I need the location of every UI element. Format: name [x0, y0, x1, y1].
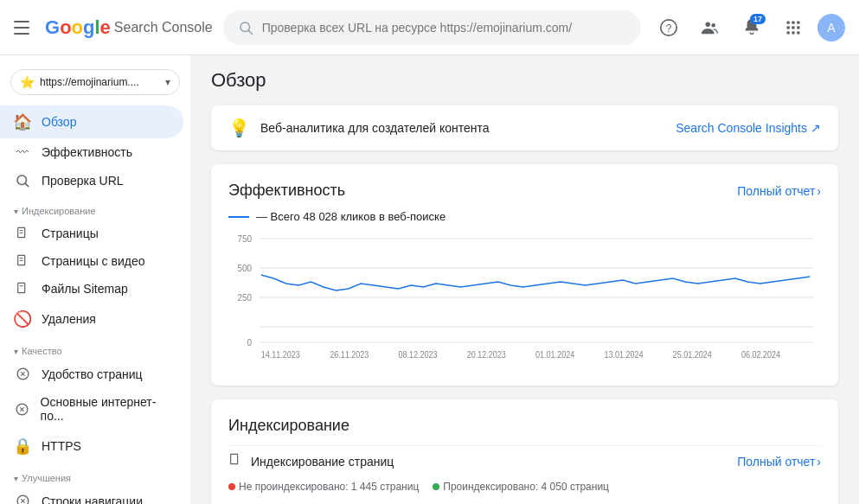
- svg-text:750: 750: [237, 234, 252, 245]
- chevron-right-icon: ›: [817, 455, 821, 469]
- legend-line: [228, 216, 249, 218]
- svg-rect-9: [787, 26, 790, 29]
- sidebar-item-label: Страницы: [42, 226, 99, 240]
- sidebar-item-label: Удаления: [42, 312, 96, 326]
- sidebar-item-core-web-vitals[interactable]: Основные интернет-по...: [0, 388, 183, 430]
- menu-button[interactable]: [14, 17, 35, 38]
- sidebar-item-pages[interactable]: Страницы: [0, 220, 183, 247]
- section-label: Улучшения: [22, 473, 71, 483]
- property-icon: ⭐: [20, 75, 35, 89]
- section-improvements: ▾ Улучшения: [0, 463, 190, 487]
- sidebar-item-performance[interactable]: 〰 Эффективность: [0, 138, 183, 166]
- insight-link[interactable]: Search Console Insights ↗: [676, 121, 821, 135]
- experience-icon: [14, 367, 31, 381]
- pages-icon: [14, 226, 31, 240]
- indexing-title: Индексирование: [228, 417, 349, 435]
- chevron-down-icon: ▾: [165, 76, 170, 88]
- section-label: Качество: [22, 346, 62, 356]
- page-title: Обзор: [211, 69, 838, 92]
- notification-badge: 17: [750, 14, 766, 24]
- removals-icon: 🚫: [14, 309, 31, 329]
- accounts-button[interactable]: [693, 10, 728, 45]
- property-selector[interactable]: ⭐ https://emojinarium.... ▾: [10, 69, 180, 95]
- sidebar-item-video-pages[interactable]: Страницы с видео: [0, 247, 183, 275]
- insight-text: Веб-аналитика для создателей контента: [260, 121, 490, 135]
- svg-text:20.12.2023: 20.12.2023: [467, 350, 506, 360]
- sidebar-item-label: Обзор: [42, 115, 76, 129]
- body: ⭐ https://emojinarium.... ▾ 🏠 Обзор 〰 Эф…: [0, 55, 859, 504]
- main-content: Обзор 💡 Веб-аналитика для создателей кон…: [190, 55, 859, 504]
- search-input[interactable]: [262, 21, 626, 35]
- chart-area: 750 500 250 0 14.11.2023 26.11.2023 08.1…: [228, 230, 821, 368]
- chevron-icon[interactable]: ▾: [14, 347, 18, 356]
- svg-text:26.11.2023: 26.11.2023: [330, 350, 369, 360]
- product-name: Search Console: [114, 20, 213, 35]
- svg-text:08.12.2023: 08.12.2023: [398, 350, 437, 360]
- notifications-button[interactable]: 17: [734, 10, 769, 45]
- chart-legend: — Всего 48 028 кликов в веб-поиске: [228, 210, 821, 223]
- svg-text:25.01.2024: 25.01.2024: [673, 350, 712, 360]
- sidebar-item-removals[interactable]: 🚫 Удаления: [0, 303, 183, 335]
- insight-banner: 💡 Веб-аналитика для создателей контента …: [211, 105, 838, 150]
- insight-left: 💡 Веб-аналитика для создателей контента: [228, 118, 490, 138]
- sidebar-item-label: Проверка URL: [42, 174, 124, 188]
- search-bar[interactable]: [223, 10, 641, 45]
- sidebar-item-overview[interactable]: 🏠 Обзор: [0, 105, 183, 138]
- svg-rect-23: [18, 283, 25, 292]
- svg-rect-7: [792, 21, 794, 23]
- svg-rect-11: [797, 26, 799, 29]
- svg-text:250: 250: [237, 293, 252, 303]
- sidebar-item-page-experience[interactable]: Удобство страниц: [0, 360, 183, 388]
- svg-text:06.02.2024: 06.02.2024: [741, 350, 780, 360]
- svg-rect-13: [792, 31, 794, 34]
- svg-rect-6: [787, 21, 790, 23]
- breadcrumbs-icon: [14, 494, 31, 504]
- help-icon: ?: [659, 18, 678, 37]
- core-vitals-icon: [14, 402, 30, 417]
- sidebar-item-sitemaps[interactable]: Файлы Sitemap: [0, 275, 183, 303]
- header-actions: ? 17: [651, 10, 845, 45]
- document-icon: [228, 453, 242, 470]
- sidebar-item-label: HTTPS: [42, 439, 81, 453]
- svg-point-5: [711, 22, 715, 27]
- chevron-right-icon: ›: [817, 184, 821, 198]
- svg-line-16: [25, 183, 28, 186]
- indexing-full-report-link[interactable]: Полный отчет ›: [737, 455, 821, 469]
- svg-text:13.01.2024: 13.01.2024: [604, 350, 643, 360]
- indexing-item-label: Индексирование страниц: [251, 455, 394, 469]
- svg-rect-8: [797, 21, 799, 23]
- performance-icon: 〰: [14, 145, 31, 159]
- google-logo: Google: [45, 16, 111, 39]
- svg-rect-47: [231, 454, 238, 463]
- chevron-icon[interactable]: ▾: [14, 474, 18, 483]
- section-label: Индексирование: [22, 206, 96, 216]
- green-dot: [433, 483, 439, 490]
- apps-button[interactable]: [776, 10, 811, 45]
- header: Google Search Console ?: [0, 0, 859, 55]
- indexing-card-header: Индексирование: [228, 417, 821, 435]
- sidebar-item-breadcrumbs[interactable]: Строки навигации: [0, 487, 183, 504]
- avatar[interactable]: A: [817, 14, 845, 41]
- section-indexing: ▾ Индексирование: [0, 195, 190, 220]
- svg-text:01.01.2024: 01.01.2024: [535, 350, 574, 360]
- full-report-link[interactable]: Полный отчет ›: [737, 184, 821, 198]
- lock-icon: 🔒: [14, 437, 31, 456]
- search-icon: [238, 20, 253, 35]
- video-pages-icon: [14, 254, 31, 268]
- sidebar-item-label: Удобство страниц: [42, 367, 143, 381]
- sidebar-item-label: Эффективность: [42, 145, 132, 159]
- svg-text:?: ?: [666, 22, 672, 34]
- svg-rect-10: [792, 26, 794, 29]
- sidebar-item-label: Страницы с видео: [42, 254, 145, 268]
- sidebar-item-https[interactable]: 🔒 HTTPS: [0, 430, 183, 463]
- sidebar-item-url-inspection[interactable]: Проверка URL: [0, 166, 183, 195]
- chevron-icon[interactable]: ▾: [14, 207, 18, 216]
- not-indexed-text: Не проиндексировано: 1 445 страниц: [239, 481, 419, 493]
- help-button[interactable]: ?: [651, 10, 686, 45]
- indexing-item: Индексирование страниц Полный отчет ›: [228, 445, 821, 477]
- indexing-item-left: Индексирование страниц: [228, 453, 394, 470]
- card-header: Эффективность Полный отчет ›: [228, 182, 821, 200]
- home-icon: 🏠: [14, 112, 31, 131]
- not-indexed-stat: Не проиндексировано: 1 445 страниц: [228, 481, 419, 493]
- sidebar-item-label: Файлы Sitemap: [42, 282, 128, 296]
